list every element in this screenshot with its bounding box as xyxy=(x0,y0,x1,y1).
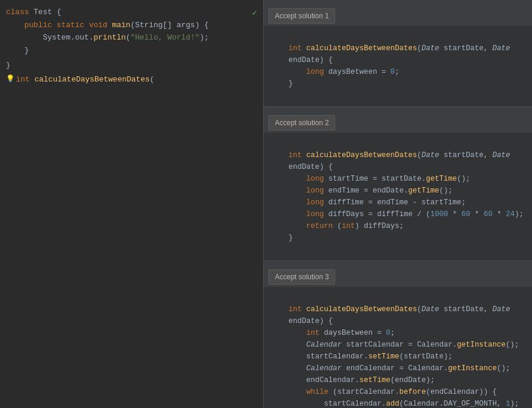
sol3-date2: Date xyxy=(492,305,510,314)
code-line-3: System.out.println("Hello, World!"); xyxy=(0,31,263,44)
solution-3-code: int calculateDaysBetweenDates(Date start… xyxy=(264,287,532,408)
sol2-gettime2: getTime xyxy=(408,187,440,195)
sol2-int2: int xyxy=(342,222,355,230)
accept-solution-2-button[interactable]: Accept solution 2 xyxy=(268,115,335,130)
sol1-line1-type xyxy=(271,44,288,53)
sol2-star2: * xyxy=(471,210,484,218)
sol2-sp3 xyxy=(271,187,306,195)
solution-1-header-wrapper: Accept solution 1 xyxy=(264,0,532,26)
sol3-sp1: startDate, xyxy=(439,305,492,314)
sol2-date2: Date xyxy=(492,151,510,159)
sol3-settime2p: (endDate); xyxy=(391,376,435,384)
sol3-paren1: (); xyxy=(506,341,520,349)
sol3-whilecond: (startCalendar. xyxy=(333,388,400,396)
solution-block-2: Accept solution 2 int calculateDaysBetwe… xyxy=(264,107,532,261)
sol1-closebrace: } xyxy=(271,80,293,88)
code-text-paren: ( xyxy=(126,32,131,44)
sol3-daysbetween: daysBetween = xyxy=(324,329,386,337)
sol2-paren: ( xyxy=(417,151,422,159)
sol2-paren2: (); xyxy=(439,187,453,195)
sol1-date1: Date xyxy=(421,44,439,53)
method-main: main xyxy=(112,19,130,31)
sol3-date1: Date xyxy=(421,305,439,314)
sol1-int: int xyxy=(288,44,306,53)
sol2-long3: long xyxy=(306,198,329,207)
code-line-4: } xyxy=(0,44,263,57)
sol2-sp5 xyxy=(271,210,306,218)
sol3-getinstance1: getInstance xyxy=(457,341,506,349)
sol2-int: int xyxy=(288,151,306,159)
code-text-end: ); xyxy=(200,32,209,44)
sol2-return: return xyxy=(306,222,338,230)
sol3-paren2: (); xyxy=(497,364,511,373)
sol3-addclose: ); xyxy=(510,400,519,408)
sol1-long xyxy=(271,68,306,76)
sol2-sp1: startDate, xyxy=(439,151,492,159)
sol3-sp xyxy=(271,305,288,314)
code-text: (String[] args) { xyxy=(131,19,209,31)
sol3-startcal: startCalendar = Calendar. xyxy=(342,341,457,349)
method-calculate: calculateDaysBetweenDates xyxy=(34,74,150,86)
sol3-addp: (Calendar.DAY_OF_MONTH, xyxy=(400,400,506,408)
sol3-paren: ( xyxy=(417,305,422,314)
sol3-settime2: setTime xyxy=(359,376,391,384)
accept-solution-3-button[interactable]: Accept solution 3 xyxy=(268,269,335,285)
solution-2-header-wrapper: Accept solution 2 xyxy=(264,107,532,133)
method-println: println xyxy=(93,32,126,44)
keyword-class: class xyxy=(6,6,34,18)
accept-solution-1-button[interactable]: Accept solution 1 xyxy=(268,8,335,24)
sol2-cast: ( xyxy=(338,222,342,230)
sol3-sp4: startCalendar. xyxy=(271,352,368,361)
sol3-sp5 xyxy=(271,364,306,373)
sol2-num60b: 60 xyxy=(484,210,492,218)
keyword-void: void xyxy=(89,19,112,31)
solution-3-header-wrapper: Accept solution 3 xyxy=(264,261,532,287)
sol1-method: calculateDaysBetweenDates xyxy=(306,44,417,53)
sol2-rparen: ); xyxy=(515,210,524,218)
sol1-var: daysBetween = xyxy=(329,68,391,76)
sol3-sp7 xyxy=(271,388,306,396)
sol3-beforep: (endCalendar)) { xyxy=(426,388,497,396)
sol3-one: 1 xyxy=(506,400,511,408)
bulb-icon: 💡 xyxy=(6,74,15,84)
keyword-int: int xyxy=(16,74,34,86)
sol3-zero: 0 xyxy=(386,329,391,337)
sol2-sp6 xyxy=(271,222,306,230)
sol1-kw-long: long xyxy=(306,68,329,76)
sol3-enddate: endDate) { xyxy=(271,317,333,325)
sol3-sp2 xyxy=(271,329,306,337)
sol3-method: calculateDaysBetweenDates xyxy=(306,305,417,314)
solution-1-code: int calculateDaysBetweenDates(Date start… xyxy=(264,26,532,106)
sol2-num24: 24 xyxy=(506,210,515,218)
sol3-add: add xyxy=(386,400,400,408)
sol2-sp xyxy=(271,151,288,159)
check-icon: ✓ xyxy=(252,7,257,19)
solution-block-3: Accept solution 3 int calculateDaysBetwe… xyxy=(264,261,532,408)
sol3-while: while xyxy=(306,388,333,396)
sol1-date2: Date xyxy=(492,44,510,53)
string-hello: "Hello, World!" xyxy=(131,32,200,44)
sol2-sp4 xyxy=(271,198,306,207)
sol2-endtime: endTime = endDate. xyxy=(329,187,408,195)
left-code-panel: class Test { ✓ public static void main(S… xyxy=(0,0,263,408)
sol3-before: before xyxy=(400,388,426,396)
sol3-getinstance2: getInstance xyxy=(448,364,497,373)
sol2-long4: long xyxy=(306,210,329,218)
right-solutions-panel[interactable]: Accept solution 1 int calculateDaysBetwe… xyxy=(263,0,532,408)
sol3-settime1: setTime xyxy=(368,352,400,361)
sol2-star1: * xyxy=(448,210,462,218)
sol3-sp3 xyxy=(271,341,306,349)
sol2-num60a: 60 xyxy=(462,210,471,218)
class-name: Test { xyxy=(34,6,61,18)
brace-close-outer: } xyxy=(6,60,11,71)
sol3-sp6: endCalendar. xyxy=(271,376,359,384)
paren-open: ( xyxy=(150,74,154,86)
sol2-enddate: endDate) { xyxy=(271,163,333,171)
sol3-int2: int xyxy=(306,329,324,337)
code-line-bulb: 💡int calculateDaysBetweenDates( xyxy=(0,73,263,86)
sol3-endcal: endCalendar = Calendar. xyxy=(342,364,448,373)
sol3-settime1p: (startDate); xyxy=(400,352,453,361)
code-line-7: } xyxy=(0,59,263,72)
sol2-paren1: (); xyxy=(457,175,471,183)
sol3-sp8: startCalendar. xyxy=(271,400,386,408)
